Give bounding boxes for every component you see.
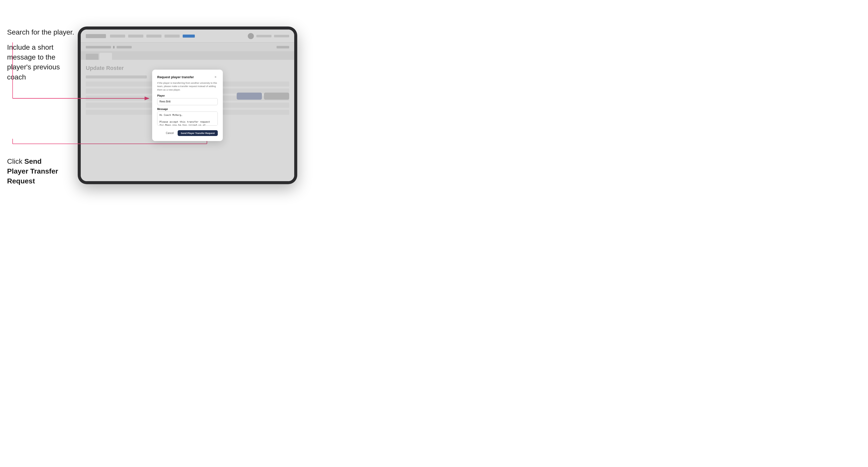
annotation-area: Search for the player. Include a short m… [0,0,76,467]
modal-footer: Cancel Send Player Transfer Request [157,130,218,136]
player-label: Player [157,94,218,97]
modal-title: Request player transfer [157,75,194,79]
transfer-modal: Request player transfer × If the player … [152,70,223,141]
tablet-outer: Update Roster Request player transfer × [78,27,297,184]
modal-header: Request player transfer × [157,75,218,79]
annotation-message-text: Include a short message to the player's … [7,42,75,82]
modal-close-button[interactable]: × [213,75,218,79]
annotation-click-text: Click Send Player Transfer Request [7,156,63,186]
tablet-device: Update Roster Request player transfer × [78,27,297,184]
annotation-search-text: Search for the player. [7,27,74,37]
modal-description: If the player is transferring from anoth… [157,81,218,91]
modal-overlay: Request player transfer × If the player … [81,30,294,181]
send-transfer-button[interactable]: Send Player Transfer Request [178,130,218,136]
message-textarea[interactable]: Hi Coach McHarg, Please accept this tran… [157,112,218,126]
message-label: Message [157,108,218,111]
tablet-screen: Update Roster Request player transfer × [81,30,294,181]
cancel-button[interactable]: Cancel [164,130,176,136]
player-input[interactable] [157,98,218,105]
